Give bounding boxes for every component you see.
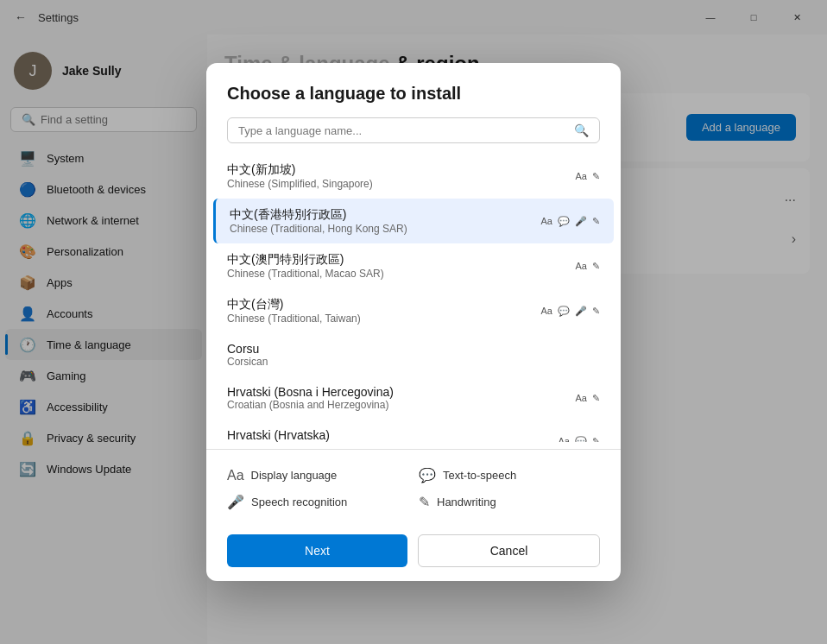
speech-recognition-icon: 🎤 [575, 306, 587, 317]
text-to-speech-icon: 💬 [558, 216, 570, 227]
search-icon: 🔍 [574, 123, 589, 137]
list-item[interactable]: 中文(台灣) Chinese (Traditional, Taiwan) Aa … [213, 288, 614, 333]
text-to-speech-icon: 💬 [575, 436, 587, 443]
handwriting-icon: ✎ [419, 494, 430, 510]
dialog-header: Choose a language to install [206, 63, 621, 117]
feature-handwriting: ✎ Handwriting [419, 494, 600, 510]
language-search-input[interactable] [238, 124, 567, 137]
handwriting-icon: ✎ [592, 393, 600, 404]
list-item[interactable]: Hrvatski (Bosna i Hercegovina) Croatian … [213, 376, 614, 420]
list-item[interactable]: 中文(香港特別行政區) Chinese (Traditional, Hong K… [213, 199, 614, 243]
display-language-icon: Aa [227, 468, 244, 483]
text-to-speech-icon: 💬 [419, 467, 436, 483]
list-item[interactable]: 中文(澳門特別行政區) Chinese (Traditional, Macao … [213, 243, 614, 288]
handwriting-icon: ✎ [592, 171, 600, 182]
display-lang-icon: Aa [541, 306, 552, 316]
dialog-divider [206, 449, 621, 450]
list-item[interactable]: Corsu Corsican [213, 333, 614, 376]
dialog-title: Choose a language to install [227, 84, 600, 104]
list-item[interactable]: 中文(新加坡) Chinese (Simplified, Singapore) … [213, 154, 614, 199]
cancel-button[interactable]: Cancel [418, 534, 600, 567]
feature-label: Text-to-speech [443, 469, 516, 482]
display-lang-icon: Aa [576, 393, 587, 403]
dialog-features: Aa Display language 💬 Text-to-speech 🎤 S… [206, 457, 621, 521]
handwriting-icon: ✎ [592, 216, 600, 227]
next-button[interactable]: Next [227, 534, 407, 567]
dialog-footer: Next Cancel [206, 521, 621, 581]
feature-text-to-speech: 💬 Text-to-speech [419, 467, 600, 483]
handwriting-icon: ✎ [592, 436, 600, 443]
feature-display-language: Aa Display language [227, 467, 408, 483]
feature-label: Handwriting [437, 496, 496, 508]
text-to-speech-icon: 💬 [558, 306, 570, 317]
dialog-overlay: Choose a language to install 🔍 中文(新加坡) C… [0, 0, 827, 644]
display-lang-icon: Aa [541, 216, 552, 226]
display-lang-icon: Aa [576, 171, 587, 181]
dialog-search-box[interactable]: 🔍 [227, 117, 600, 143]
display-lang-icon: Aa [559, 436, 570, 442]
handwriting-icon: ✎ [592, 306, 600, 317]
display-lang-icon: Aa [576, 261, 587, 271]
language-install-dialog: Choose a language to install 🔍 中文(新加坡) C… [206, 63, 621, 581]
list-item[interactable]: Hrvatski (Hrvatska) Croatian (Croatia) A… [213, 420, 614, 442]
feature-label: Speech recognition [251, 496, 347, 508]
speech-recognition-icon: 🎤 [575, 216, 587, 227]
speech-recognition-icon: 🎤 [227, 494, 244, 510]
language-list: 中文(新加坡) Chinese (Simplified, Singapore) … [206, 154, 621, 442]
handwriting-icon: ✎ [592, 261, 600, 272]
feature-speech-recognition: 🎤 Speech recognition [227, 494, 408, 510]
settings-window: ← Settings — □ ✕ J Jake Sully 🔍 🖥️ [0, 0, 827, 644]
feature-label: Display language [251, 469, 338, 482]
